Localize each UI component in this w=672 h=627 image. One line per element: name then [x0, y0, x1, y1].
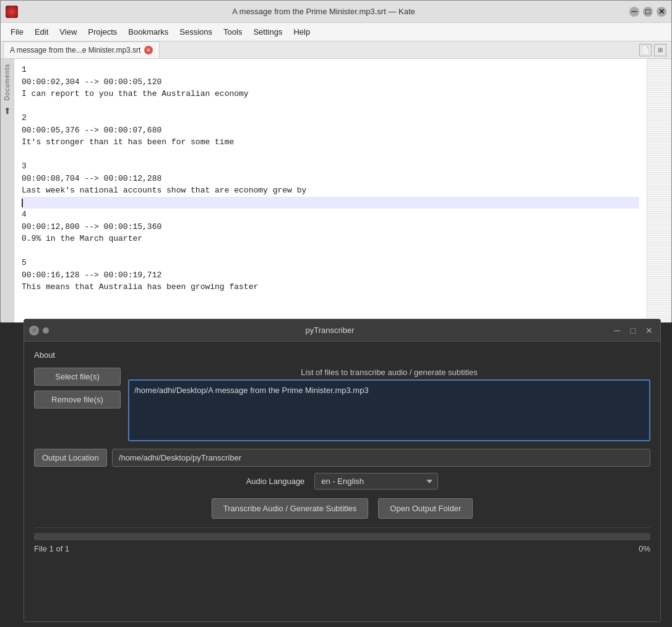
pyt-controls-left: ✕: [29, 326, 49, 335]
tab-action-docs[interactable]: 📄: [639, 44, 652, 56]
kate-editor-area: Documents ⬆ 1 00:00:02,304 --> 00:00:05,…: [1, 59, 671, 322]
pyt-lang-row: Audio Language en - English: [34, 473, 650, 490]
pyt-content: About Select file(s) Remove file(s) List…: [24, 342, 660, 566]
kate-menubar: File Edit View Projects Bookmarks Sessio…: [1, 23, 671, 41]
text-line: 4: [22, 209, 639, 221]
text-line: 5: [22, 257, 639, 269]
text-line: Last week's national accounts show that …: [22, 184, 639, 197]
menu-tools[interactable]: Tools: [218, 25, 247, 38]
text-line: [22, 245, 639, 257]
kate-titlebar-left: [6, 6, 18, 18]
output-location-button[interactable]: Output Location: [34, 449, 107, 467]
file-count: File 1 of 1: [34, 544, 69, 553]
menu-file[interactable]: File: [6, 25, 28, 38]
output-path: /home/adhi/Desktop/pyTranscriber: [112, 449, 650, 467]
text-line: 00:00:12,800 --> 00:00:15,360: [22, 221, 639, 233]
pyt-title: pyTranscriber: [49, 326, 611, 335]
pyt-progress-row: File 1 of 1 0%: [34, 544, 650, 553]
pyt-left-buttons: Select file(s) Remove file(s): [34, 368, 121, 441]
tab-action-split[interactable]: ⊞: [654, 44, 666, 56]
pyt-minimize-button[interactable]: ─: [611, 324, 623, 337]
pyt-close-button2[interactable]: ✕: [643, 324, 655, 337]
text-cursor: [22, 199, 23, 207]
tab-close-button[interactable]: ✕: [144, 46, 153, 54]
kate-sidebar-left: Documents ⬆: [1, 59, 14, 322]
kate-window: A message from the Prime Minister.mp3.sr…: [0, 0, 672, 322]
kate-minimize-button[interactable]: ─: [629, 7, 639, 17]
menu-bookmarks[interactable]: Bookmarks: [123, 25, 173, 38]
kate-app-icon: [6, 6, 18, 18]
pyt-close-button[interactable]: ✕: [29, 326, 39, 335]
pyt-action-row: Transcribe Audio / Generate Subtitles Op…: [34, 498, 650, 519]
pytranscriber-titlebar: ✕ pyTranscriber ─ □ ✕: [24, 319, 660, 342]
kate-close-button[interactable]: ✕: [657, 7, 666, 17]
menu-settings[interactable]: Settings: [248, 25, 287, 38]
file-list-label: List of files to transcribe audio / gene…: [128, 368, 650, 377]
minimap-content: [647, 59, 671, 322]
text-line: [22, 149, 639, 161]
pyt-file-area: List of files to transcribe audio / gene…: [128, 368, 650, 441]
transcribe-button[interactable]: Transcribe Audio / Generate Subtitles: [212, 498, 369, 519]
file-path: /home/adhi/Desktop/A message from the Pr…: [134, 386, 369, 395]
menu-help[interactable]: Help: [288, 25, 315, 38]
menu-edit[interactable]: Edit: [30, 25, 53, 38]
text-line: 00:00:16,128 --> 00:00:19,712: [22, 269, 639, 282]
text-line: 3: [22, 160, 639, 173]
text-line: I can report to you that the Australian …: [22, 88, 639, 100]
kate-text-area[interactable]: 1 00:00:02,304 --> 00:00:05,120 I can re…: [14, 59, 647, 322]
kate-minimap: [647, 59, 671, 322]
pyt-output-row: Output Location /home/adhi/Desktop/pyTra…: [34, 449, 650, 467]
text-line: 00:00:08,704 --> 00:00:12,288: [22, 173, 639, 185]
pyt-body: Select file(s) Remove file(s) List of fi…: [34, 368, 650, 441]
pyt-window-controls: ─ □ ✕: [611, 324, 655, 337]
kate-tab-actions: 📄 ⊞: [639, 41, 669, 58]
file-list[interactable]: /home/adhi/Desktop/A message from the Pr…: [128, 379, 650, 441]
sidebar-upload-icon[interactable]: ⬆: [4, 106, 11, 116]
text-line: 00:00:02,304 --> 00:00:05,120: [22, 76, 639, 89]
text-line: It's stronger than it has been for some …: [22, 136, 639, 149]
text-line: 0.9% in the March quarter: [22, 233, 639, 245]
kate-tabbar: A message from the...e Minister.mp3.srt …: [1, 41, 671, 59]
pyt-dot: [43, 327, 49, 334]
open-folder-button[interactable]: Open Output Folder: [378, 498, 473, 519]
progress-percent: 0%: [639, 544, 650, 553]
kate-window-controls: ─ □ ✕: [629, 7, 666, 17]
remove-files-button[interactable]: Remove file(s): [34, 391, 121, 409]
text-line: 1: [22, 64, 639, 76]
pyt-progress-area: File 1 of 1 0%: [34, 527, 650, 558]
pytranscriber-window: ✕ pyTranscriber ─ □ ✕ About Select file(…: [24, 319, 661, 622]
menu-projects[interactable]: Projects: [83, 25, 122, 38]
text-line-cursor: [22, 197, 639, 209]
pyt-about-menu[interactable]: About: [34, 350, 55, 360]
menu-sessions[interactable]: Sessions: [174, 25, 217, 38]
progress-bar-container: [34, 533, 650, 540]
language-select[interactable]: en - English: [314, 473, 438, 490]
sidebar-documents-label: Documents: [4, 64, 11, 101]
kate-tab-label: A message from the...e Minister.mp3.srt: [10, 46, 140, 54]
text-line: [22, 100, 639, 113]
kate-tab-srt[interactable]: A message from the...e Minister.mp3.srt …: [3, 41, 160, 58]
kate-maximize-button[interactable]: □: [643, 7, 653, 17]
text-line: This means that Australia has been growi…: [22, 281, 639, 293]
select-files-button[interactable]: Select file(s): [34, 368, 121, 386]
menu-view[interactable]: View: [54, 25, 82, 38]
audio-language-label: Audio Language: [246, 477, 305, 486]
pyt-menubar: About: [34, 349, 650, 360]
text-line: 00:00:05,376 --> 00:00:07,680: [22, 124, 639, 137]
kate-titlebar: A message from the Prime Minister.mp3.sr…: [1, 1, 671, 23]
text-line: 2: [22, 112, 639, 124]
pyt-restore-button[interactable]: □: [627, 324, 639, 337]
kate-title: A message from the Prime Minister.mp3.sr…: [18, 7, 629, 16]
